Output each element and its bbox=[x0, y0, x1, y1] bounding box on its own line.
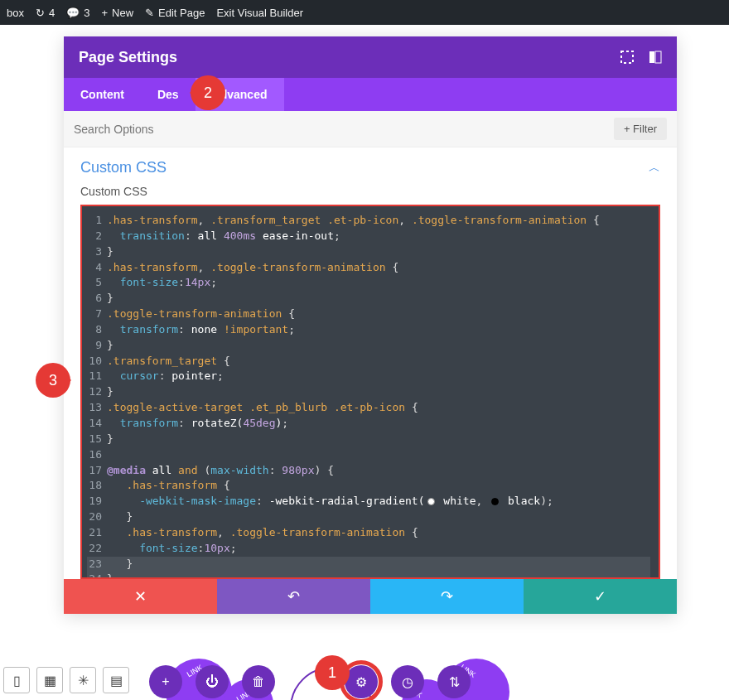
redo-button[interactable]: ↷ bbox=[370, 579, 524, 614]
svg-rect-0 bbox=[621, 51, 633, 63]
expand-icon[interactable] bbox=[620, 51, 634, 64]
clock-icon: ◷ bbox=[402, 674, 413, 690]
wireframe-button[interactable]: ▦ bbox=[36, 667, 63, 693]
filter-button[interactable]: + Filter bbox=[614, 118, 667, 140]
trash-button[interactable]: 🗑 bbox=[242, 665, 275, 698]
chevron-up-icon: ︿ bbox=[649, 161, 660, 176]
add-button[interactable]: + bbox=[149, 665, 182, 698]
svg-rect-2 bbox=[655, 51, 661, 63]
section-header[interactable]: Custom CSS ︿ bbox=[64, 147, 677, 185]
refresh-icon: ↻ bbox=[36, 7, 45, 19]
viewport-toolbar: ▯ ▦ ✳ ▤ bbox=[0, 667, 129, 693]
edit-label: Edit Page bbox=[158, 7, 205, 19]
new-label: New bbox=[112, 7, 133, 19]
zoom-icon: ✳ bbox=[78, 673, 89, 688]
plus-icon: + bbox=[162, 674, 169, 689]
search-input[interactable] bbox=[74, 123, 430, 136]
wp-exit-vb[interactable]: Exit Visual Builder bbox=[216, 7, 303, 19]
grid-button[interactable]: ▤ bbox=[103, 667, 129, 693]
trash-icon: 🗑 bbox=[252, 674, 265, 689]
annotation-2: 2 bbox=[191, 75, 225, 110]
comment-icon: 💬 bbox=[66, 7, 80, 19]
action-bar: ✕ ↶ ↷ ✓ bbox=[64, 579, 677, 614]
svg-rect-1 bbox=[649, 51, 654, 63]
tablet-view-button[interactable]: ▯ bbox=[3, 667, 30, 693]
tab-content[interactable]: Content bbox=[64, 78, 141, 111]
annotation-3: 3 bbox=[36, 363, 70, 398]
annotation-1: 1 bbox=[315, 655, 350, 690]
comment-count: 3 bbox=[84, 7, 89, 19]
power-icon: ⏻ bbox=[205, 674, 219, 689]
save-button[interactable]: ✓ bbox=[524, 579, 677, 614]
wp-comments[interactable]: 💬 3 bbox=[66, 7, 89, 19]
plus-icon: + bbox=[101, 7, 108, 19]
wp-new[interactable]: + New bbox=[101, 7, 133, 19]
panel-header: Page Settings bbox=[64, 36, 677, 78]
pencil-icon: ✎ bbox=[145, 7, 154, 19]
cancel-button[interactable]: ✕ bbox=[64, 579, 217, 614]
tablet-icon: ▯ bbox=[13, 673, 21, 688]
undo-button[interactable]: ↶ bbox=[217, 579, 370, 614]
portability-button[interactable]: ⇅ bbox=[437, 665, 471, 698]
search-row: + Filter bbox=[64, 111, 677, 147]
arrows-icon: ⇅ bbox=[449, 674, 460, 690]
panel-tabs: Content Des Advanced 2 bbox=[64, 78, 677, 111]
page-settings-panel: Page Settings Content Des Advanced 2 + F… bbox=[64, 36, 677, 614]
history-button[interactable]: ◷ bbox=[391, 665, 424, 698]
wp-refresh[interactable]: ↻ 4 bbox=[36, 7, 55, 19]
wireframe-icon: ▦ bbox=[44, 673, 56, 688]
custom-css-label: Custom CSS bbox=[64, 185, 677, 205]
settings-button[interactable]: ⚙ bbox=[345, 665, 378, 698]
builder-toolbar: + ⏻ 🗑 ⚙ ◷ ⇅ bbox=[149, 665, 471, 698]
section-title: Custom CSS bbox=[80, 159, 167, 176]
undo-icon: ↶ bbox=[287, 587, 300, 606]
redo-icon: ↷ bbox=[441, 587, 453, 606]
grid-icon: ▤ bbox=[110, 673, 123, 688]
zoom-button[interactable]: ✳ bbox=[70, 667, 96, 693]
css-code-editor[interactable]: 1.has-transform, .transform_target .et-p… bbox=[80, 205, 660, 579]
refresh-count: 4 bbox=[49, 7, 55, 19]
power-button[interactable]: ⏻ bbox=[196, 665, 229, 698]
wp-edit-page[interactable]: ✎ Edit Page bbox=[145, 7, 205, 19]
close-icon: ✕ bbox=[134, 587, 147, 606]
snap-icon[interactable] bbox=[649, 51, 662, 64]
wp-admin-bar: box ↻ 4 💬 3 + New ✎ Edit Page Exit Visua… bbox=[0, 0, 729, 25]
check-icon: ✓ bbox=[594, 587, 606, 606]
panel-title: Page Settings bbox=[79, 49, 177, 66]
code-wrap: 1.has-transform, .transform_target .et-p… bbox=[80, 205, 660, 579]
wp-box[interactable]: box bbox=[7, 7, 24, 19]
